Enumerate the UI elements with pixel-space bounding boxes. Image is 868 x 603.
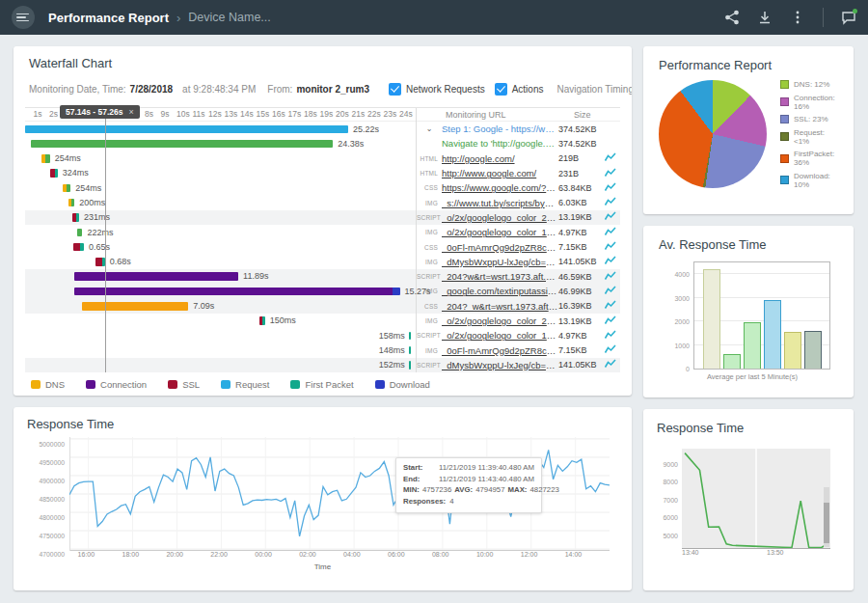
sparkline-icon[interactable] — [605, 211, 620, 223]
monitoring-url-link[interactable]: http://www.google.com/ — [442, 168, 558, 178]
waterfall-row[interactable]: 324ms — [25, 166, 416, 180]
waterfall-row[interactable]: 158ms — [25, 328, 416, 343]
waterfall-bar[interactable] — [409, 346, 412, 355]
monitoring-url-link[interactable]: _o/2x/googlelogo_color_272x92dp.png — [442, 315, 558, 326]
sparkline-icon[interactable] — [605, 330, 620, 342]
sparkline-icon[interactable] — [605, 182, 620, 194]
table-row[interactable]: SCRIPT_204?w&rt=wsrt.1973.aft.1381.prt.3… — [417, 269, 620, 284]
waterfall-bar[interactable] — [259, 316, 265, 325]
table-row[interactable]: SCRIPT_o/2x/googlelogo_color_120x44dp.pn… — [417, 328, 620, 343]
response-time-small-chart[interactable] — [682, 449, 830, 549]
bar[interactable] — [784, 332, 801, 369]
chat-icon[interactable] — [841, 10, 856, 25]
sparkline-icon[interactable] — [605, 241, 620, 253]
waterfall-bar[interactable] — [72, 213, 79, 222]
sparkline-icon[interactable] — [605, 168, 620, 179]
bar[interactable] — [804, 331, 822, 369]
scrollbar-thumb[interactable] — [824, 503, 829, 543]
bar[interactable] — [744, 322, 761, 369]
waterfall-row[interactable]: 231ms — [25, 210, 416, 225]
waterfall-bar[interactable] — [41, 154, 50, 163]
table-row[interactable]: IMG_o/2x/googlelogo_color_272x92dp.png13… — [417, 314, 620, 328]
monitoring-url-link[interactable]: _204?w&rt=wsrt.1973.aft.1381.prt.3964 — [442, 271, 558, 282]
waterfall-bar[interactable] — [409, 332, 412, 341]
table-row[interactable]: CSS_0oFl-mAmrQg9d2pZR8cPbocbnz6iNg7.15KB — [417, 239, 620, 254]
waterfall-bar[interactable] — [82, 302, 189, 311]
sparkline-icon[interactable] — [605, 359, 620, 370]
waterfall-row[interactable]: 148ms — [25, 343, 416, 357]
waterfall-row[interactable]: 7.09s — [25, 299, 416, 314]
monitoring-url-link[interactable]: https://www.google.com/?gws_rd=ssl — [442, 182, 558, 193]
sparkline-icon[interactable] — [605, 344, 620, 356]
share-icon[interactable] — [724, 10, 740, 25]
menu-icon[interactable] — [12, 6, 35, 29]
waterfall-row[interactable]: 24.38s — [25, 136, 416, 151]
monitoring-url-link[interactable]: _204?_w&rt=wsrt.1973.aft.1381.prt.396 — [442, 301, 558, 312]
close-icon[interactable]: × — [129, 107, 134, 117]
waterfall-row[interactable]: 11.89s — [25, 269, 416, 284]
table-row[interactable]: Navigate to 'http://google.com'374.52KB — [417, 136, 620, 151]
sparkline-icon[interactable] — [605, 197, 620, 208]
waterfall-bar[interactable] — [68, 199, 74, 207]
waterfall-bar[interactable] — [73, 243, 84, 252]
waterfall-bar[interactable] — [74, 272, 238, 281]
bar[interactable] — [723, 354, 741, 369]
waterfall-row[interactable]: 0.68s — [25, 255, 416, 269]
bar[interactable] — [703, 269, 720, 369]
sparkline-icon[interactable] — [605, 227, 620, 238]
waterfall-bar[interactable] — [31, 140, 334, 149]
table-row[interactable]: IMG_s://www.tut.by/scripts/by2/xgemius.j… — [417, 195, 620, 209]
waterfall-row[interactable]: 15.27s — [25, 284, 416, 298]
actions-checkbox[interactable] — [495, 83, 507, 96]
more-icon[interactable] — [790, 10, 805, 25]
monitoring-url-link[interactable]: _0oFl-mAmrQg9d2pZR8cPbocbnz6iNg — [442, 345, 558, 356]
sparkline-icon[interactable] — [605, 300, 620, 312]
waterfall-bar[interactable] — [50, 169, 58, 178]
waterfall-row[interactable]: 152ms — [25, 358, 416, 372]
waterfall-row[interactable]: 200ms — [25, 195, 416, 209]
url-column-header[interactable]: Monitoring URL — [417, 110, 574, 120]
network-requests-checkbox[interactable] — [389, 83, 401, 96]
table-row[interactable]: SCRIPT_o/2x/googlelogo_color_272x92dp.pn… — [417, 210, 620, 225]
monitoring-url-link[interactable]: _o/2x/googlelogo_color_120x44dp.png — [442, 330, 558, 341]
size-column-header[interactable]: Size — [574, 110, 620, 120]
table-row[interactable]: ⌄Step 1: Google - https://www.google.com… — [417, 122, 620, 136]
waterfall-bar[interactable] — [95, 258, 105, 266]
sparkline-icon[interactable] — [605, 256, 620, 267]
monitoring-url-link[interactable]: _o/2x/googlelogo_color_272x92dp.png — [442, 212, 558, 223]
chevron-down-icon[interactable]: ⌄ — [417, 124, 442, 133]
monitoring-url-link[interactable]: _dMysbWxppU-lxJeg/cb=gapi.loaded_0 — [442, 257, 558, 267]
table-row[interactable]: IMG_o/2x/googlelogo_color_120x44dp.png4.… — [417, 225, 620, 239]
table-row[interactable]: CSS_204?_w&rt=wsrt.1973.aft.1381.prt.396… — [417, 299, 620, 314]
bar[interactable] — [764, 300, 781, 369]
sparkline-icon[interactable] — [605, 286, 620, 297]
avg-response-bar-chart[interactable] — [693, 261, 830, 370]
table-row[interactable]: SCRIPT_dMysbWxppU-lxJeg/cb=gapi.loaded_0… — [417, 358, 620, 372]
waterfall-bar[interactable] — [63, 184, 71, 193]
sparkline-icon[interactable] — [605, 152, 620, 164]
waterfall-row[interactable]: 222ms — [25, 225, 416, 239]
table-row[interactable]: IMG_0oFl-mAmrQg9d2pZR8cPbocbnz6iNg7.15KB — [417, 343, 620, 357]
waterfall-row[interactable]: 0.65s — [25, 239, 416, 254]
table-row[interactable]: CSShttps://www.google.com/?gws_rd=ssl63.… — [417, 180, 620, 195]
waterfall-row[interactable]: 25.22s — [25, 122, 416, 136]
monitoring-url-link[interactable]: _s://www.tut.by/scripts/by2/xgemius.js — [442, 198, 558, 208]
sparkline-icon[interactable] — [605, 271, 620, 283]
waterfall-row[interactable]: 254ms — [25, 151, 416, 166]
monitoring-url-link[interactable]: _0oFl-mAmrQg9d2pZR8cPbocbnz6iNg — [442, 242, 558, 253]
step-link[interactable]: Step 1: Google - https://www.google.com. — [442, 123, 558, 134]
performance-pie-chart[interactable] — [659, 80, 767, 188]
sparkline-icon[interactable] — [605, 315, 620, 327]
table-row[interactable]: IMG_dMysbWxppU-lxJeg/cb=gapi.loaded_0141… — [417, 255, 620, 269]
download-icon[interactable] — [757, 10, 773, 25]
table-row[interactable]: IMG_google.com/textinputassistant/tia.pn… — [417, 284, 620, 298]
waterfall-row[interactable]: 150ms — [25, 314, 416, 328]
table-row[interactable]: HTMLhttp://google.com/219B — [417, 151, 620, 166]
waterfall-bar[interactable] — [25, 125, 348, 134]
waterfall-row[interactable]: 254ms — [25, 180, 416, 195]
monitoring-url-link[interactable]: _google.com/textinputassistant/tia.png — [442, 286, 558, 296]
table-row[interactable]: HTMLhttp://www.google.com/231B — [417, 166, 620, 180]
waterfall-bar[interactable] — [77, 229, 82, 237]
waterfall-bar[interactable] — [74, 288, 399, 296]
monitoring-url-link[interactable]: _dMysbWxppU-lxJeg/cb=gapi.loaded_0 — [442, 360, 558, 370]
